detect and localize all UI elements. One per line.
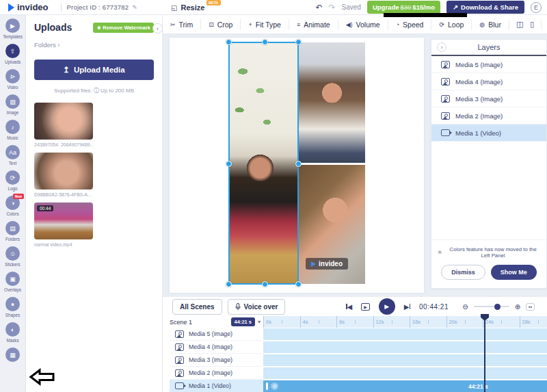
track-label-media-5[interactable]: Media 5 (Image) (170, 328, 263, 341)
undo-icon[interactable]: ↶ (315, 3, 322, 12)
playhead-line[interactable] (484, 315, 485, 392)
annotation-left-arrow (29, 368, 56, 387)
resize-handle-mid-right[interactable] (295, 161, 302, 167)
download-share-button[interactable]: ↗ Download & Share (446, 1, 524, 14)
sidebar-item-shapes[interactable]: ● Shapes (5, 297, 20, 317)
zoom-in-icon[interactable]: ⊕ (515, 303, 520, 311)
skip-to-start-icon[interactable]: ◀ (346, 303, 352, 311)
masks-icon: ◐ (11, 326, 14, 333)
project-id: Project ID : 6773782 (67, 3, 129, 11)
upgrade-button[interactable]: Upgrade$30$15/mo (367, 1, 440, 14)
volume-icon: ◀) (346, 21, 353, 28)
current-time: 00:44:21 (419, 303, 449, 311)
crop-button[interactable]: ⊡Crop (201, 19, 241, 30)
zoom-out-icon[interactable]: ⊖ (462, 303, 468, 311)
show-me-button[interactable]: Show Me (491, 265, 537, 280)
remove-watermark-button[interactable]: ★ Remove Watermark (93, 23, 154, 33)
layer-item-media-5[interactable]: Media 5 (Image) (431, 56, 546, 73)
upload-thumbnail[interactable]: 243897054_20649079489... (34, 103, 93, 147)
speed-button[interactable]: ◔Speed (388, 19, 432, 30)
track-lane-media-1[interactable]: ⊘ 44:21 s (263, 380, 547, 392)
sidebar-item-colors[interactable]: New ◑ Colors (5, 196, 20, 216)
layer-item-media-3[interactable]: Media 3 (Image) (431, 90, 546, 107)
chevron-down-icon[interactable]: ▾ (258, 319, 261, 325)
zoom-slider-knob[interactable] (494, 304, 501, 310)
clipboard-icon[interactable]: ▯ (530, 20, 534, 29)
resize-handle-mid-left[interactable] (226, 161, 232, 167)
fit-type-button[interactable]: +Fit Type (241, 19, 289, 30)
animate-button[interactable]: ≡Animate (289, 19, 338, 30)
duplicate-icon[interactable]: ◫ (516, 20, 523, 29)
clip-trim-handle[interactable] (266, 382, 268, 390)
track-label-media-3[interactable]: Media 3 (Image) (170, 354, 263, 367)
upload-thumbnail-video[interactable]: 00:44 normal video.mp4 (34, 202, 93, 247)
resize-handle-bottom-left[interactable] (226, 281, 232, 287)
saved-status: Saved (342, 3, 361, 11)
layer-item-media-2[interactable]: Media 2 (Image) (431, 107, 546, 125)
scene-preview-icon[interactable]: ▶ (361, 303, 370, 311)
dismiss-button[interactable]: Dismiss (441, 265, 485, 280)
upload-media-button[interactable]: ↥ Upload Media (34, 60, 154, 80)
fit-timeline-icon[interactable]: ▪▪ (526, 303, 535, 311)
collapse-panel-button[interactable]: ‹ (152, 23, 163, 34)
folders-link[interactable]: Folders › (34, 41, 154, 49)
track-label-media-4[interactable]: Media 4 (Image) (170, 341, 263, 354)
resize-control[interactable]: ◱ Resize BETA (171, 0, 204, 15)
volume-button[interactable]: ◀)Volume (338, 19, 388, 30)
sidebar-item-more[interactable]: ▦ (5, 348, 20, 362)
sidebar-item-templates[interactable]: ▶ Templates (3, 18, 23, 39)
trim-button[interactable]: ✂Trim (163, 19, 201, 30)
loop-button[interactable]: ⟳Loop (431, 19, 472, 30)
layer-item-media-1-selected[interactable]: Media 1 (Video) (431, 125, 546, 142)
resize-handle-top-left[interactable] (226, 39, 232, 45)
all-scenes-button[interactable]: All Scenes (172, 299, 222, 315)
timeline-zoom-slider[interactable] (474, 306, 509, 307)
redo-icon[interactable]: ↷ (329, 3, 336, 12)
ruler-tick: 8s (336, 316, 373, 328)
video-clip-bar[interactable]: ⊘ 44:21 s (263, 380, 547, 392)
resize-label: Resize (181, 3, 204, 12)
track-lane-media-2[interactable] (263, 367, 547, 380)
edit-toolbar: ✂Trim ⊡Crop +Fit Type ≡Animate ◀)Volume … (163, 15, 547, 34)
voice-over-button[interactable]: Voice over (228, 299, 286, 315)
media-1-video-preview[interactable] (229, 42, 298, 284)
ruler-tick: 12s (373, 316, 410, 328)
track-lane-media-4[interactable] (263, 341, 547, 354)
canvas-page[interactable]: invideo (170, 38, 424, 293)
scene-header[interactable]: Scene 1 44:21 s ▾ (170, 316, 263, 328)
upload-thumbnail[interactable]: D988B0A2-5876-4FB0-A... (34, 153, 93, 197)
track-lane-media-5[interactable] (263, 328, 547, 341)
sidebar-item-music[interactable]: ♪ Music (5, 120, 20, 140)
overlays-icon: ▣ (10, 276, 16, 283)
edit-pencil-icon[interactable]: ✎ (132, 4, 137, 11)
image-layer-icon (441, 61, 450, 68)
sidebar-item-overlays[interactable]: ▣ Overlays (4, 272, 21, 292)
sidebar-item-image[interactable]: ▧ Image (5, 94, 20, 115)
invideo-logo[interactable]: invideo (0, 2, 55, 12)
resize-handle-top-center[interactable] (262, 39, 268, 45)
blur-button[interactable]: ◍Blur (472, 19, 509, 30)
resize-handle-bottom-right[interactable] (295, 281, 302, 287)
track-label-media-2[interactable]: Media 2 (Image) (170, 367, 263, 380)
media-image-preview-top[interactable] (299, 42, 365, 163)
sidebar-item-logo[interactable]: ⟳ Logo (5, 170, 20, 191)
track-label-media-1-selected[interactable]: Media 1 (Video) (170, 380, 263, 392)
resize-handle-bottom-center[interactable] (262, 281, 268, 287)
sidebar-item-folders[interactable]: ▤ Folders (5, 221, 20, 241)
collapse-layers-button[interactable]: › (437, 42, 446, 52)
skip-to-end-icon[interactable]: ▶ (404, 303, 410, 311)
sidebar-item-uploads[interactable]: ⇧ Uploads (5, 44, 21, 64)
sidebar-item-stickers[interactable]: ☺ Stickers (5, 246, 20, 267)
time-ruler[interactable]: 0s 4s 8s 12s 16s 20s 24s 28s (263, 316, 547, 328)
track-lane-media-3[interactable] (263, 354, 547, 367)
layer-item-media-4[interactable]: Media 4 (Image) (431, 73, 546, 90)
sidebar-item-masks[interactable]: ◐ Masks (5, 322, 20, 343)
mute-icon: ⊘ (271, 382, 278, 390)
play-button[interactable]: ▶ (379, 298, 395, 315)
sidebar-item-video[interactable]: ⊳ Video (5, 69, 20, 90)
avatar[interactable]: E (531, 2, 542, 13)
resize-handle-top-right[interactable] (295, 39, 302, 45)
sidebar-item-text[interactable]: Aa Text (5, 145, 20, 166)
annotation-underline (384, 13, 467, 17)
logo-tool-icon: ⟳ (10, 174, 16, 181)
